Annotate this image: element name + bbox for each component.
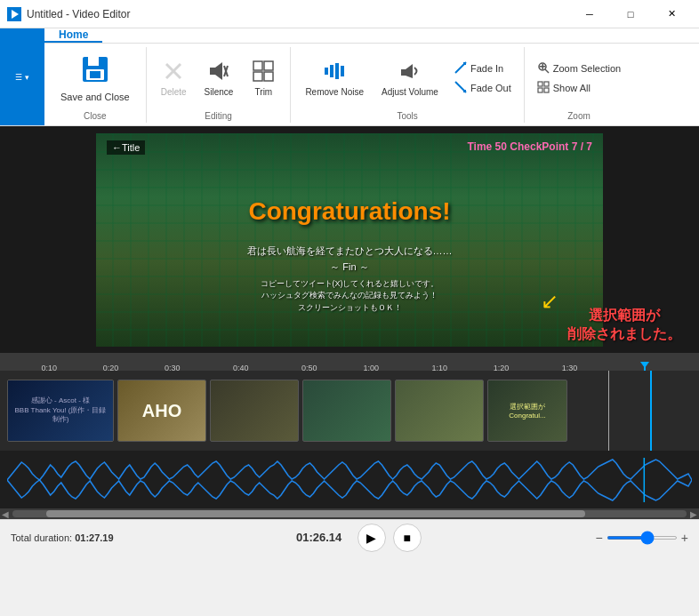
scroll-right-arrow[interactable]: ▶ (690, 509, 697, 519)
tools-group-buttons: Remove Noise Adjust Volume (298, 47, 516, 109)
svg-rect-20 (401, 69, 406, 76)
scrollbar-track[interactable] (12, 510, 687, 517)
mark-0-20: 0:20 (103, 364, 119, 371)
svg-rect-23 (463, 62, 466, 65)
volume-controls: − + (596, 531, 688, 545)
waveform-area: // Generate waveform bars inline via SVG… (0, 451, 699, 508)
ribbon-content: Save and Close Close Delete (44, 44, 699, 126)
notification-arrow: ↙ (541, 289, 558, 314)
quick-access-toolbar: ☰ ▾ (0, 28, 44, 125)
video-frame: ←Title Time 50 CheckPoint 7 / 7 Congratu… (96, 133, 603, 347)
delete-button[interactable]: Delete (154, 57, 194, 100)
scroll-left-arrow[interactable]: ◀ (2, 509, 9, 519)
body-text: コピーしてツイート(X)してくれると嬉しいです。 ハッシュタグ検索でみんなの記録… (225, 278, 474, 315)
title-bar: Untitled - Video Editor ─ □ ✕ (0, 0, 699, 28)
zoom-selection-label: Zoom Selection (553, 63, 621, 74)
total-duration-label: Total duration: (11, 532, 72, 543)
editing-group-buttons: Delete Silence (154, 47, 284, 109)
play-button[interactable]: ▶ (358, 524, 386, 552)
delete-icon (163, 60, 184, 85)
show-all-button[interactable]: Show All (532, 79, 626, 98)
mark-1-30: 1:30 (562, 364, 578, 371)
sub-text: 君は長い航海を経てまたひとつ大人になる…… ～ Fin ～ (247, 244, 453, 275)
svg-rect-31 (544, 82, 549, 86)
svg-rect-29 (542, 64, 543, 69)
trim-label: Trim (255, 87, 273, 97)
close-button[interactable]: ✕ (651, 0, 692, 28)
ribbon: ☰ ▾ Home (0, 28, 699, 126)
zoom-group-buttons: Zoom Selection Show (532, 47, 626, 109)
silence-icon (208, 60, 229, 85)
fade-in-label: Fade In (470, 63, 503, 74)
zoom-buttons: Zoom Selection Show (532, 60, 626, 98)
svg-rect-30 (538, 82, 542, 86)
svg-rect-33 (544, 88, 549, 92)
volume-minus-icon[interactable]: − (596, 531, 603, 545)
quick-access-menu[interactable]: ☰ ▾ (13, 71, 31, 84)
congrats-text: Congraturations! (248, 197, 450, 226)
ribbon-tabs-container: Home Save and Close (44, 28, 699, 125)
svg-rect-17 (330, 65, 333, 77)
mark-0-10: 0:10 (42, 364, 58, 371)
stop-button[interactable]: ■ (393, 524, 422, 552)
video-title-right: Time 50 CheckPoint 7 / 7 (467, 140, 592, 155)
adjust-volume-label: Adjust Volume (382, 87, 438, 97)
editing-group-label: Editing (205, 109, 232, 123)
silence-button[interactable]: Silence (197, 57, 241, 100)
svg-line-27 (545, 69, 549, 73)
close-group-label: Close (84, 109, 107, 123)
track-thumb-1: 感謝心 - Ascot - 様BBB Thank You! (原作・目録制作) (7, 380, 114, 442)
trim-button[interactable]: Trim (244, 57, 283, 100)
sub-text-line2: ～ Fin ～ (330, 261, 368, 272)
tab-bar: Home (44, 28, 699, 44)
minimize-button[interactable]: ─ (569, 0, 610, 28)
scrollbar-thumb[interactable] (46, 510, 585, 517)
notification-overlay: ↙ 選択範囲が 削除されました。 (567, 307, 681, 344)
tab-home[interactable]: Home (44, 28, 102, 43)
timeline-ruler: 0:10 0:20 0:30 0:40 0:50 1:00 1:10 1:20 … (0, 353, 699, 371)
svg-rect-14 (253, 72, 262, 81)
volume-plus-icon[interactable]: + (681, 531, 688, 545)
mark-1-10: 1:10 (431, 364, 447, 371)
maximize-button[interactable]: □ (610, 0, 651, 28)
fade-out-button[interactable]: Fade Out (449, 79, 517, 98)
title-text: Untitled - Video Editor (27, 8, 131, 20)
video-title-left: ←Title (107, 140, 145, 155)
duration-info: Total duration: 01:27.19 (11, 532, 114, 543)
timeline-tracks[interactable]: 感謝心 - Ascot - 様BBB Thank You! (原作・目録制作) … (0, 371, 699, 451)
app-icon (7, 7, 21, 21)
svg-rect-19 (341, 66, 344, 76)
track-thumb-2: AHO (117, 380, 206, 442)
remove-noise-button[interactable]: Remove Noise (298, 57, 371, 100)
track-playhead (650, 371, 652, 451)
save-close-button[interactable]: Save and Close (52, 47, 139, 109)
svg-rect-8 (210, 68, 215, 75)
fade-out-label: Fade Out (470, 83, 511, 93)
ribbon-group-close: Save and Close Close (44, 47, 147, 123)
svg-rect-13 (264, 61, 273, 70)
ribbon-group-tools: Remove Noise Adjust Volume (291, 47, 524, 123)
timeline-scrollbar[interactable]: ◀ ▶ (0, 508, 699, 519)
svg-rect-25 (463, 90, 466, 92)
fade-out-icon (454, 81, 467, 96)
volume-slider[interactable] (607, 536, 678, 540)
adjust-volume-button[interactable]: Adjust Volume (374, 57, 446, 100)
show-all-icon (537, 81, 550, 96)
show-all-label: Show All (553, 83, 591, 93)
ribbon-group-zoom: Zoom Selection Show (525, 47, 633, 123)
remove-noise-icon (324, 60, 345, 85)
waveform-svg: // Generate waveform bars inline via SVG… (7, 458, 692, 502)
mark-0-40: 0:40 (233, 364, 249, 371)
notification-line2: 削除されました。 (567, 325, 681, 344)
fade-in-button[interactable]: Fade In (449, 60, 517, 78)
video-title-bar: ←Title Time 50 CheckPoint 7 / 7 (96, 140, 603, 155)
fade-buttons: Fade In Fade Out (449, 60, 517, 98)
svg-rect-18 (335, 63, 339, 79)
remove-noise-label: Remove Noise (305, 87, 364, 97)
save-close-label: Save and Close (60, 92, 130, 102)
svg-rect-3 (88, 57, 99, 66)
trim-icon (253, 60, 274, 85)
tools-group-label: Tools (397, 109, 417, 123)
svg-rect-32 (538, 88, 542, 92)
zoom-selection-button[interactable]: Zoom Selection (532, 60, 626, 78)
